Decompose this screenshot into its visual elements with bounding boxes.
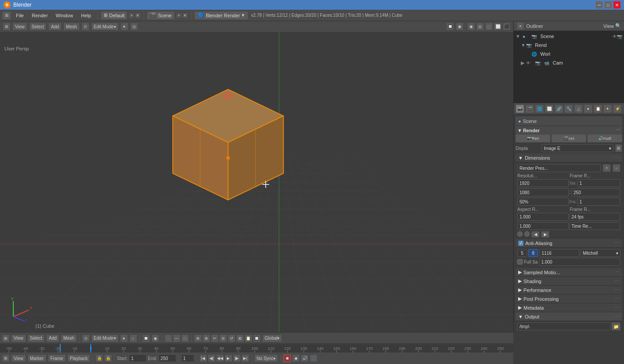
folder-browse-btn[interactable]: 📁 [612, 322, 620, 330]
frame-end-field[interactable]: 250 [571, 188, 620, 196]
res-y-field[interactable]: 1080 [517, 188, 569, 196]
frame-start-field[interactable]: 1 [577, 179, 620, 187]
prop-tab-material[interactable]: ● [584, 104, 593, 113]
prop-tab-physics[interactable]: ⚡ [613, 104, 622, 113]
shading-mode-1[interactable]: ◉ [467, 23, 475, 31]
scene-eye-icon[interactable]: 👁 [612, 34, 617, 39]
res-x-field[interactable]: 1920 [517, 179, 569, 187]
aa-checkbox[interactable]: ✓ [518, 241, 523, 246]
frame-lock-btn[interactable]: 🔒 [95, 354, 103, 362]
toolbar-type-icon[interactable]: ⊞ [2, 334, 10, 342]
extra-btn-5[interactable]: ↺ [228, 334, 236, 342]
record-btn[interactable]: ⏺ [283, 354, 291, 362]
edit-mode-btn[interactable]: Edit Mode ▾ [91, 334, 119, 342]
shading-section[interactable]: ▶ Shading ⋯ [515, 277, 622, 286]
res-pct-field[interactable]: 50% [517, 198, 569, 206]
start-frame-field[interactable]: 1 [129, 354, 147, 362]
play-reverse-btn[interactable]: ◀◀ [216, 354, 224, 362]
select-menu-btn[interactable]: Select [29, 23, 47, 31]
aspect-y-field[interactable]: 1.000 [517, 222, 569, 230]
extra-btn-3[interactable]: ✂ [211, 334, 219, 342]
shading-mode-5[interactable]: ⬛ [503, 23, 511, 31]
outliner-item-scene[interactable]: ▼ ● 📷 Scene 👁 📷 [514, 32, 624, 41]
prop-tab-scene[interactable]: 🎬 [525, 104, 534, 113]
face-mode-btn[interactable]: □ [181, 334, 189, 342]
timeline-type-icon[interactable]: ⊞ [2, 354, 10, 362]
outliner-item-camera[interactable]: ▶ 👁 📷 📹 Cam [514, 58, 624, 67]
shading-btn-2[interactable]: ○ [129, 334, 137, 342]
layout-remove-btn[interactable]: ✕ [135, 12, 141, 19]
extra-btn-4[interactable]: ⊖ [219, 334, 227, 342]
prop-tab-render[interactable]: 📷 [515, 104, 524, 113]
extra-btn-7[interactable]: 📋 [244, 334, 252, 342]
viewport-type-icon[interactable]: ⊞ [3, 23, 11, 31]
view-menu-btn[interactable]: View [12, 23, 27, 31]
window-menu[interactable]: Window [52, 11, 77, 20]
full-sa-checkbox[interactable] [517, 259, 523, 264]
shading-mode-2[interactable]: ◎ [476, 23, 484, 31]
scene-add-btn[interactable]: + [176, 12, 182, 19]
frame-current-field[interactable]: 1 [577, 198, 620, 206]
time-re-field[interactable]: Time Re... [570, 222, 621, 230]
dimensions-section-header[interactable]: ▼ Dimensions ⋯ [515, 153, 622, 162]
close-button[interactable]: ✕ [613, 1, 620, 8]
radio-btn-1[interactable] [517, 231, 523, 237]
keyframe-type-btn[interactable]: ◆ [292, 354, 300, 362]
scene-render-toggle[interactable]: 📷 [617, 34, 622, 39]
prev-keyframe-btn[interactable]: ◀| [208, 354, 216, 362]
edit-mode-selector[interactable]: Edit Mode ▾ [91, 23, 119, 31]
aa-val-1116[interactable]: 1116 [539, 249, 579, 257]
prop-tab-object[interactable]: ⬜ [545, 104, 554, 113]
outliner-type-icon[interactable]: ≡ [516, 22, 524, 30]
time-prev-btn[interactable]: ◀ [531, 231, 539, 238]
extra-btn-8[interactable]: 🔲 [253, 334, 261, 342]
render-image-btn[interactable]: 📷 Ren [515, 134, 550, 142]
render-audio-btn[interactable]: 🔊 Audi [587, 134, 622, 142]
snap-magnet-icon[interactable]: 🔲 [142, 334, 150, 342]
display-extra-btn[interactable]: ⊞ [615, 144, 622, 152]
render-engine-selector[interactable]: 🔵 Blender Render ▾ [194, 11, 248, 20]
sync-mode-btn[interactable]: No Sync ▾ [254, 354, 279, 362]
render-menu[interactable]: Render [28, 11, 51, 20]
toolbar-view-btn[interactable]: View [11, 334, 26, 342]
jump-end-btn[interactable]: ▶| [241, 354, 249, 362]
radio-btn-2[interactable] [524, 231, 530, 237]
preset-remove-btn[interactable]: − [612, 164, 620, 172]
aa-val-5[interactable]: 5 [517, 249, 527, 257]
scene-remove-btn[interactable]: ✕ [182, 12, 188, 19]
help-menu[interactable]: Help [78, 11, 95, 20]
toolbar-select-btn[interactable]: Select [27, 334, 45, 342]
prop-tab-modifier[interactable]: 🔧 [564, 104, 573, 113]
sampled-motion-section[interactable]: ▶ Sampled Motio... ⋯ [515, 268, 622, 277]
time-next-btn[interactable]: ▶ [541, 231, 549, 238]
shading-btn-1[interactable]: ● [120, 334, 128, 342]
jump-start-btn[interactable]: |◀ [199, 354, 207, 362]
prop-tab-data[interactable]: △ [574, 104, 583, 113]
prop-tab-texture[interactable]: 📋 [593, 104, 602, 113]
prop-tab-particles[interactable]: ✦ [603, 104, 612, 113]
proportional-edit-icon[interactable]: ◉ [151, 334, 159, 342]
shading-mode-3[interactable]: ◌ [485, 23, 493, 31]
timeline-frame-menu[interactable]: Frame [48, 354, 66, 362]
maximize-button[interactable]: □ [605, 1, 612, 8]
aa-section-header[interactable]: ✓ Anti-Aliasing ⋯ [515, 239, 622, 248]
fps-field[interactable]: 24 fps [570, 213, 621, 221]
output-path-field[interactable]: /tmp\ [517, 322, 611, 330]
audio-scrub-btn[interactable]: 🔊 [301, 354, 309, 362]
outliner-item-render[interactable]: ▼ 📷 Rend [514, 41, 624, 50]
full-sa-value-field[interactable]: 1.000 [539, 258, 620, 266]
edge-mode-btn[interactable]: — [173, 334, 181, 342]
post-processing-section[interactable]: ▶ Post Processing ⋯ [515, 295, 622, 303]
layout-selector[interactable]: ⊞ Default [101, 11, 128, 20]
timeline-marker-menu[interactable]: Marker [27, 354, 47, 362]
shading-circle[interactable]: ● [120, 23, 128, 31]
preset-add-btn[interactable]: + [603, 164, 611, 172]
vertex-mode-btn[interactable]: · [164, 334, 172, 342]
render-anim-btn[interactable]: 🎬 Ani [551, 134, 586, 142]
current-frame-field[interactable]: 1 [181, 354, 194, 362]
extra-btn-2[interactable]: ⊗ [202, 334, 210, 342]
frame-extra-btn[interactable]: 🔓 [104, 354, 112, 362]
file-menu[interactable]: File [12, 11, 27, 20]
minimize-button[interactable]: ─ [596, 1, 603, 8]
extra-btn-6[interactable]: ⊞ [236, 334, 244, 342]
